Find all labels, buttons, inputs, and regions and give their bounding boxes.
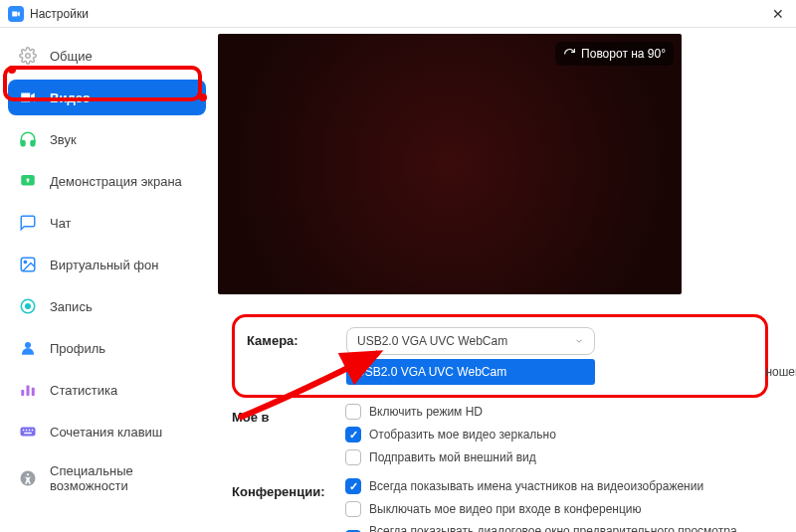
chevron-down-icon (574, 336, 584, 346)
camera-selected-value: USB2.0 VGA UVC WebCam (357, 334, 507, 348)
checkbox-row-preview: Всегда показывать диалоговое окно предва… (345, 524, 768, 532)
chat-icon (18, 213, 38, 233)
user-icon (18, 338, 38, 358)
rotate-label: Поворот на 90° (581, 47, 666, 61)
sidebar-item-chat[interactable]: Чат (8, 205, 206, 241)
sidebar-item-label: Общие (50, 49, 93, 64)
svg-rect-7 (21, 390, 24, 396)
share-screen-icon (18, 171, 38, 191)
checkbox-label: Включить режим HD (369, 405, 483, 419)
sidebar-item-label: Специальные возможности (50, 463, 196, 493)
checkbox-label: Всегда показывать имена участников на ви… (369, 479, 703, 493)
checkbox-row-touchup: Подправить мой внешний вид (345, 449, 768, 465)
sidebar-item-background[interactable]: Виртуальный фон (8, 247, 206, 282)
sidebar-item-recording[interactable]: Запись (8, 288, 206, 324)
gear-icon (18, 46, 38, 66)
svg-rect-8 (27, 386, 30, 397)
annotation-dot (199, 93, 207, 101)
sidebar-item-label: Виртуальный фон (50, 258, 158, 272)
svg-rect-10 (21, 428, 36, 437)
checkbox-label: Всегда показывать диалоговое окно предва… (369, 524, 768, 532)
main-panel: Поворот на 90° Камера: USB2.0 VGA UVC We… (214, 28, 796, 532)
titlebar-left: Настройки (8, 6, 89, 22)
checkbox-row-mirror: Отобразить мое видео зеркально (345, 427, 768, 443)
sidebar-item-label: Звук (50, 132, 77, 147)
video-preview: Поворот на 90° (218, 34, 682, 294)
headphones-icon (18, 129, 38, 149)
sidebar-item-label: Статистика (50, 383, 117, 398)
stats-icon (18, 380, 38, 400)
sidebar-item-accessibility[interactable]: Специальные возможности (8, 455, 206, 501)
checkbox-mute-video[interactable] (345, 501, 361, 517)
keyboard-icon (18, 422, 38, 442)
sidebar-item-statistics[interactable]: Статистика (8, 372, 206, 408)
svg-rect-11 (23, 430, 25, 432)
content: Общие Видео Звук Демонстрация экрана Чат (0, 28, 796, 532)
rotate-icon (563, 48, 576, 61)
camera-label: Камера: (247, 327, 346, 348)
video-icon (18, 88, 38, 107)
aspect-ratio-text-fragment: ношение (765, 365, 796, 379)
accessibility-icon (18, 468, 38, 488)
checkbox-label: Подправить мой внешний вид (369, 450, 536, 464)
camera-dropdown[interactable]: USB2.0 VGA UVC WebCam (346, 327, 595, 355)
sidebar-item-label: Видео (50, 90, 91, 105)
sidebar-item-share[interactable]: Демонстрация экрана (8, 163, 206, 199)
sidebar-item-label: Чат (50, 216, 72, 231)
checkbox-row-show-names: Всегда показывать имена участников на ви… (345, 478, 768, 494)
checkbox-mirror[interactable] (345, 427, 361, 443)
checkbox-hd[interactable] (345, 404, 361, 420)
image-icon (18, 255, 38, 274)
record-icon (18, 296, 38, 316)
svg-rect-9 (32, 388, 35, 396)
settings-area: Камера: USB2.0 VGA UVC WebCam USB2.0 VGA… (214, 294, 796, 532)
sidebar-item-label: Профиль (50, 341, 105, 356)
window-title: Настройки (30, 7, 89, 21)
rotate-button[interactable]: Поворот на 90° (555, 42, 674, 66)
sidebar-item-profile[interactable]: Профиль (8, 330, 206, 366)
svg-point-17 (27, 473, 29, 475)
svg-point-6 (25, 342, 31, 348)
sidebar-item-label: Запись (50, 299, 93, 314)
sidebar-item-shortcuts[interactable]: Сочетания клавиш (8, 414, 206, 449)
svg-point-3 (24, 261, 26, 263)
app-icon (8, 6, 24, 22)
camera-dropdown-option[interactable]: USB2.0 VGA UVC WebCam (346, 359, 595, 385)
svg-point-0 (26, 54, 31, 59)
checkbox-touchup[interactable] (345, 449, 361, 465)
annotation-camera-box: Камера: USB2.0 VGA UVC WebCam USB2.0 VGA… (232, 314, 768, 398)
conferences-label: Конференции: (232, 478, 331, 499)
sidebar-item-general[interactable]: Общие (8, 38, 206, 74)
checkbox-show-names[interactable] (345, 478, 361, 494)
my-video-label: Мое в (232, 404, 331, 425)
sidebar-item-audio[interactable]: Звук (8, 121, 206, 157)
checkbox-row-hd: Включить режим HD (345, 404, 768, 420)
svg-rect-14 (32, 430, 34, 432)
sidebar: Общие Видео Звук Демонстрация экрана Чат (0, 28, 214, 532)
checkbox-label: Отобразить мое видео зеркально (369, 428, 556, 442)
sidebar-item-video[interactable]: Видео (8, 80, 206, 115)
titlebar: Настройки ✕ (0, 0, 796, 28)
sidebar-item-label: Сочетания клавиш (50, 425, 162, 440)
svg-rect-12 (26, 430, 28, 432)
annotation-dot (8, 66, 16, 74)
checkbox-label: Выключать мое видео при входе в конферен… (369, 502, 642, 516)
svg-rect-15 (24, 433, 32, 435)
sidebar-item-label: Демонстрация экрана (50, 174, 182, 189)
svg-rect-13 (29, 430, 31, 432)
close-button[interactable]: ✕ (768, 4, 788, 24)
svg-point-5 (26, 304, 31, 309)
checkbox-row-mute-video: Выключать мое видео при входе в конферен… (345, 501, 768, 517)
